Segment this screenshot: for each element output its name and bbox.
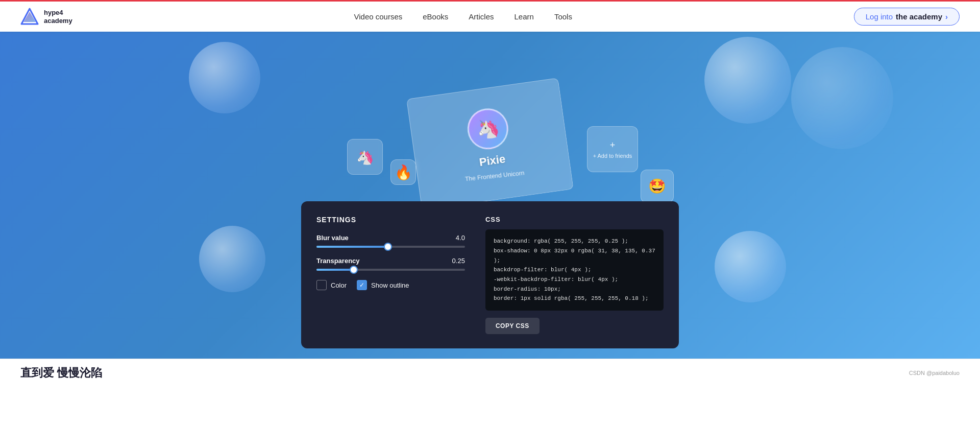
css-line-6: border: 1px solid rgba( 255, 255, 255, 0… [494,294,655,303]
navbar: hype4 academy Video courses eBooks Artic… [0,0,980,32]
color-check-item[interactable]: Color [316,280,347,290]
outline-label: Show outline [371,281,409,289]
blur-label: Blur value [316,234,349,242]
nav-articles[interactable]: Articles [469,12,494,21]
logo-icon [20,8,39,26]
nav-tools[interactable]: Tools [554,12,572,21]
bottom-text: 直到爱 慢慢沦陷 [20,365,102,381]
frosted-profile-card: 🦄 Pixie The Frontend Unicorn [406,78,574,210]
login-cta-button[interactable]: Log into the academy › [854,8,960,26]
add-friend-plus-icon: + [610,140,616,151]
css-line-3: backdrop-filter: blur( 4px ); [494,265,655,275]
nav-video-courses[interactable]: Video courses [354,12,402,21]
cta-academy-text: the academy [896,12,942,21]
watermark: CSDN @paidaboluo [909,370,960,376]
css-code-block: background: rgba( 255, 255, 255, 0.25 );… [485,229,664,311]
blur-value: 4.0 [456,234,465,242]
card-subtitle: The Frontend Unicorn [464,169,525,182]
blur-label-row: Blur value 4.0 [316,234,465,242]
css-title: CSS [485,216,664,223]
css-panel: CSS background: rgba( 255, 255, 255, 0.2… [485,216,664,334]
css-line-4: -webkit-backdrop-filter: blur( 4px ); [494,275,655,285]
logo-line1: hype4 [44,9,72,17]
css-line-5: border-radius: 10px; [494,285,655,294]
sphere-top-left [189,42,260,113]
transparency-setting-row: Transparency 0.25 [316,257,465,271]
cta-log-text: Log into [866,12,893,21]
sphere-bottom-right [715,231,786,302]
settings-checkboxes: Color Show outline [316,280,465,290]
sphere-far-right [791,47,893,149]
transparency-slider-thumb[interactable] [350,266,358,274]
outline-checkbox[interactable] [357,280,367,290]
mini-card-star-emoji: 🤩 [641,170,674,203]
add-friend-label: + Add to friends [593,153,632,159]
cta-chevron-icon: › [945,12,948,21]
main-nav: Video courses eBooks Articles Learn Tool… [354,12,572,21]
blur-setting-row: Blur value 4.0 [316,234,465,248]
settings-panel: SETTINGS Blur value 4.0 Transparency 0.2… [301,201,679,348]
blur-slider-thumb[interactable] [384,243,392,251]
mini-card-unicorn-emoji: 🦄 [356,149,374,166]
blur-slider-track[interactable] [316,246,465,248]
settings-left-col: SETTINGS Blur value 4.0 Transparency 0.2… [316,216,465,334]
mini-card-add-friend[interactable]: + + Add to friends [587,126,638,172]
color-checkbox[interactable] [316,280,327,290]
settings-title: SETTINGS [316,216,465,224]
transparency-value: 0.25 [452,257,465,265]
mini-card-fire-emoji: 🔥 [395,164,412,181]
logo[interactable]: hype4 academy [20,8,72,26]
mini-card-unicorn: 🦄 [347,139,383,175]
avatar: 🦄 [465,106,511,152]
hero-section: 🦄 🔥 + + Add to friends 🤩 🦄 Pixie The Fro… [0,32,980,359]
copy-css-button[interactable]: COPY CSS [485,318,540,334]
blur-slider-fill [316,246,388,248]
color-label: Color [331,281,347,289]
transparency-label-row: Transparency 0.25 [316,257,465,265]
avatar-emoji: 🦄 [475,116,501,141]
transparency-label: Transparency [316,257,360,265]
css-line-1: background: rgba( 255, 255, 255, 0.25 ); [494,237,655,246]
star-emoji: 🤩 [648,178,666,195]
sphere-top-right [704,37,791,124]
css-line-2: box-shadow: 0 8px 32px 0 rgba( 31, 38, 1… [494,246,655,265]
logo-line2: academy [44,17,72,25]
nav-ebooks[interactable]: eBooks [423,12,448,21]
mini-card-fire: 🔥 [390,159,416,185]
card-name: Pixie [478,152,506,169]
outline-check-item[interactable]: Show outline [357,280,409,290]
transparency-slider-fill [316,269,354,271]
logo-text: hype4 academy [44,9,72,25]
sphere-bottom-left [199,226,265,292]
bottom-bar: 直到爱 慢慢沦陷 CSDN @paidaboluo [0,359,980,387]
nav-learn[interactable]: Learn [514,12,534,21]
transparency-slider-track[interactable] [316,269,465,271]
